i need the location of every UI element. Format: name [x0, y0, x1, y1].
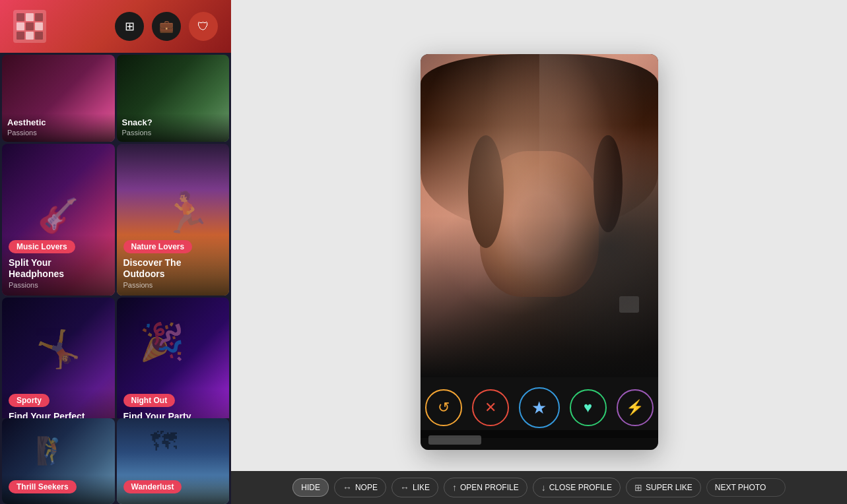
main-content: ↺ ✕ ★ ♥ ⚡	[231, 0, 847, 504]
nope-icon: ↔	[343, 482, 352, 493]
super-like-label: SUPER LIKE	[646, 483, 693, 492]
nope-toolbar-button[interactable]: ↔ NOPE	[334, 478, 386, 497]
sporty-card[interactable]: 🤸 Sporty Find Your PerfectMatch Passions	[2, 298, 115, 418]
like-toolbar-button[interactable]: ↔ LIKE	[391, 478, 438, 497]
aesthetic-card[interactable]: Aesthetic Passions	[2, 55, 115, 142]
music-lovers-tag: Music Lovers	[9, 240, 75, 253]
nature-lovers-title: Discover TheOutdoors	[123, 257, 223, 280]
super-like-icon: ⊞	[634, 482, 642, 493]
music-lovers-subtitle: Passions	[9, 281, 108, 289]
snack-card[interactable]: Snack? Passions	[117, 55, 230, 142]
close-profile-label: CLOSE PROFILE	[549, 483, 612, 492]
open-profile-icon: ↑	[452, 482, 457, 493]
bottom-cards-row: 🧗 Thrill Seekers 🗺 Wanderlust	[0, 418, 231, 504]
hide-label: HIDE	[301, 483, 320, 492]
top-cards-row: Aesthetic Passions Snack? Passions	[0, 53, 231, 142]
night-out-title: Find Your PartyPartner	[123, 411, 223, 418]
shield-icon-btn[interactable]: 🛡	[189, 12, 218, 41]
nature-lovers-tag: Nature Lovers	[123, 240, 193, 253]
nature-lovers-subtitle: Passions	[123, 281, 223, 289]
nope-button[interactable]: ✕	[472, 389, 509, 426]
profile-name-blur	[428, 435, 481, 445]
profile-card: ↺ ✕ ★ ♥ ⚡	[421, 54, 658, 450]
rewind-button[interactable]: ↺	[425, 389, 462, 426]
night-out-tag: Night Out	[123, 394, 176, 407]
wanderlust-card[interactable]: 🗺 Wanderlust	[117, 418, 230, 504]
night-out-card[interactable]: 🎉 Night Out Find Your PartyPartner Passi…	[117, 298, 230, 418]
thrill-seekers-tag: Thrill Seekers	[9, 480, 77, 493]
snack-subtitle: Passions	[122, 129, 224, 137]
passion-cards-grid: 🎸 Music Lovers Split YourHeadphones Pass…	[0, 142, 231, 418]
open-profile-label: OPEN PROFILE	[460, 483, 519, 492]
sidebar-header: ⊞ 💼 🛡	[0, 0, 231, 53]
aesthetic-title: Aesthetic	[7, 117, 110, 127]
thrill-seekers-card[interactable]: 🧗 Thrill Seekers	[2, 418, 115, 504]
like-label: LIKE	[413, 483, 430, 492]
nature-lovers-card[interactable]: 🏃 Nature Lovers Discover TheOutdoors Pas…	[117, 144, 230, 296]
profile-photo	[421, 54, 658, 377]
header-icons: ⊞ 💼 🛡	[115, 12, 218, 41]
close-profile-icon: ↓	[541, 482, 546, 493]
music-lovers-title: Split YourHeadphones	[9, 257, 108, 280]
music-lovers-card[interactable]: 🎸 Music Lovers Split YourHeadphones Pass…	[2, 144, 115, 296]
sidebar: ⊞ 💼 🛡 Aesthetic Passions Snack? Passions	[0, 0, 231, 504]
next-photo-button[interactable]: NEXT PHOTO	[706, 478, 786, 497]
bottom-toolbar: HIDE ↔ NOPE ↔ LIKE ↑ OPEN PROFILE ↓ CLOS…	[231, 471, 847, 504]
profile-info-bar	[421, 430, 658, 450]
snack-title: Snack?	[122, 117, 224, 127]
open-profile-button[interactable]: ↑ OPEN PROFILE	[444, 478, 527, 497]
bag-icon-btn[interactable]: 💼	[152, 12, 181, 41]
explore-icon-btn[interactable]: ⊞	[115, 12, 144, 41]
like-button[interactable]: ♥	[570, 389, 607, 426]
profile-actions: ↺ ✕ ★ ♥ ⚡	[421, 377, 658, 438]
sporty-tag: Sporty	[9, 394, 50, 407]
super-like-button[interactable]: ★	[519, 387, 560, 428]
nope-label: NOPE	[355, 483, 378, 492]
super-like-toolbar-button[interactable]: ⊞ SUPER LIKE	[626, 478, 701, 497]
close-profile-button[interactable]: ↓ CLOSE PROFILE	[533, 478, 621, 497]
like-icon: ↔	[400, 482, 409, 493]
app-logo	[13, 10, 46, 43]
aesthetic-subtitle: Passions	[7, 129, 110, 137]
hide-button[interactable]: HIDE	[292, 478, 329, 497]
sporty-title: Find Your PerfectMatch	[9, 411, 108, 418]
next-photo-label: NEXT PHOTO	[715, 483, 766, 492]
boost-button[interactable]: ⚡	[617, 389, 654, 426]
wanderlust-tag: Wanderlust	[123, 480, 182, 493]
